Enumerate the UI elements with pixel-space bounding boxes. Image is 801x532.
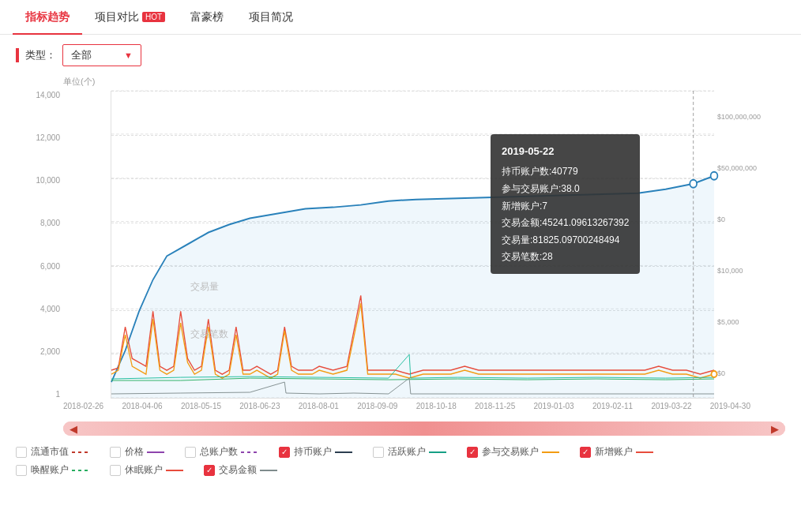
scroll-left-arrow-icon[interactable]: ◀: [70, 423, 77, 435]
type-select[interactable]: 全部 ▼: [62, 44, 141, 66]
legend-checkbox-trading-accounts[interactable]: [467, 447, 478, 458]
chart-annotation-count: 交易笔数: [190, 328, 228, 341]
legend-line-market-cap: [72, 451, 89, 453]
scroll-right-arrow-icon[interactable]: ▶: [771, 423, 779, 435]
legend-line-trading-accounts: [542, 451, 559, 453]
legend-item-total-accounts[interactable]: 总账户数: [185, 445, 263, 459]
legend-area: 流通市值 价格 总账户数 持币账户 活跃账户 参与: [0, 440, 801, 489]
legend-label-new-accounts: 新增账户: [595, 445, 633, 459]
scrollbar-track: [63, 421, 785, 436]
tooltip-line-1: 持币账户数:40779: [502, 163, 629, 181]
filter-row: 类型： 全部 ▼: [0, 35, 801, 76]
legend-checkbox-wakeup-accounts[interactable]: [16, 465, 27, 476]
legend-checkbox-active-accounts[interactable]: [373, 447, 384, 458]
y-label-1: 1: [55, 390, 60, 399]
y-label-6000: 6,000: [40, 262, 60, 271]
x-label-3: 2018-06-23: [239, 402, 280, 410]
x-label-4: 2018-08-01: [299, 402, 339, 410]
legend-item-price[interactable]: 价格: [110, 445, 169, 459]
y-label-10000: 10,000: [36, 176, 60, 185]
legend-line-price: [147, 451, 164, 453]
legend-checkbox-total-accounts[interactable]: [185, 447, 196, 458]
legend-line-tx-amount: [260, 470, 277, 471]
legend-line-wakeup-accounts: [72, 470, 89, 471]
y-label-2000: 2,000: [40, 347, 60, 356]
x-label-11: 2019-04-30: [710, 402, 750, 410]
tooltip-line-4: 交易金额:45241.09613267392: [502, 215, 629, 232]
legend-line-total-accounts: [241, 451, 258, 453]
tooltip-line-5: 交易量:81825.09700248494: [502, 232, 629, 249]
chart-tooltip: 2019-05-22 持币账户数:40779 参与交易账户:38.0 新增账户:…: [491, 134, 640, 274]
legend-checkbox-market-cap[interactable]: [16, 447, 27, 458]
filter-label: 类型：: [25, 48, 56, 62]
y-label-14000: 14,000: [36, 91, 60, 99]
legend-label-tx-amount: 交易金额: [219, 463, 257, 477]
tab-hot-badge: HOT: [142, 12, 165, 22]
x-label-10: 2019-03-22: [651, 402, 691, 410]
legend-item-active-accounts[interactable]: 活跃账户: [373, 445, 451, 459]
x-label-8: 2019-01-03: [534, 402, 574, 410]
legend-label-total-accounts: 总账户数: [200, 445, 238, 459]
legend-checkbox-dormant-accounts[interactable]: [110, 465, 121, 476]
type-select-value: 全部: [71, 48, 92, 62]
x-label-9: 2019-02-11: [592, 402, 633, 410]
y-right-6: $0: [717, 369, 725, 377]
legend-line-holding-accounts: [335, 451, 352, 453]
legend-label-holding-accounts: 持币账户: [294, 445, 332, 459]
chart-annotation-volume: 交易量: [190, 280, 219, 294]
y-label-8000: 8,000: [40, 219, 60, 227]
legend-label-dormant-accounts: 休眠账户: [125, 463, 163, 477]
chevron-down-icon: ▼: [124, 51, 133, 60]
legend-checkbox-price[interactable]: [110, 447, 121, 458]
legend-item-holding-accounts[interactable]: 持币账户: [279, 445, 357, 459]
legend-checkbox-new-accounts[interactable]: [580, 447, 591, 458]
chart-container: 单位(个) 14,000 12,000 10,000 8,000 6,000 4…: [0, 76, 801, 418]
legend-item-market-cap[interactable]: 流通市值: [16, 445, 94, 459]
x-label-5: 2018-09-09: [357, 402, 397, 410]
y-label-12000: 12,000: [36, 133, 60, 142]
legend-label-market-cap: 流通市值: [31, 445, 69, 459]
legend-label-active-accounts: 活跃账户: [388, 445, 426, 459]
legend-label-price: 价格: [125, 445, 144, 459]
tooltip-date: 2019-05-22: [502, 142, 629, 160]
tooltip-line-2: 参与交易账户:38.0: [502, 181, 629, 198]
legend-checkbox-holding-accounts[interactable]: [279, 447, 290, 458]
legend-item-trading-accounts[interactable]: 参与交易账户: [467, 445, 564, 459]
y-right-2: $50,000,000: [717, 164, 757, 172]
filter-bar-accent: [16, 48, 19, 62]
x-label-1: 2018-04-06: [122, 402, 162, 410]
tooltip-line-3: 新增账户:7: [502, 198, 629, 215]
svg-point-12: [690, 180, 697, 188]
x-label-2: 2018-05-15: [181, 402, 221, 410]
legend-row-1: 流通市值 价格 总账户数 持币账户 活跃账户 参与: [16, 445, 785, 459]
legend-line-new-accounts: [636, 451, 653, 453]
legend-row-2: 唤醒账户 休眠账户 交易金额: [16, 463, 785, 477]
legend-label-trading-accounts: 参与交易账户: [482, 445, 539, 459]
chart-area[interactable]: 交易量 交易笔数 2019-05-22 持币账户数:40779 参与交易账户:3…: [111, 91, 714, 399]
y-right-5: $5,000: [717, 318, 739, 326]
x-axis: 2018-02-26 2018-04-06 2018-05-15 2018-06…: [63, 399, 750, 410]
x-label-7: 2018-11-25: [475, 402, 515, 410]
tab-bar: 指标趋势 项目对比 HOT 富豪榜 项目简况: [0, 0, 801, 35]
legend-item-wakeup-accounts[interactable]: 唤醒账户: [16, 463, 94, 477]
legend-label-wakeup-accounts: 唤醒账户: [31, 463, 69, 477]
x-label-0: 2018-02-26: [63, 402, 103, 410]
tab-project-compare[interactable]: 项目对比 HOT: [82, 0, 178, 35]
legend-item-new-accounts[interactable]: 新增账户: [580, 445, 658, 459]
y-right-3: $0: [717, 215, 725, 223]
tab-indicator-trend[interactable]: 指标趋势: [13, 0, 82, 35]
tab-rich-list[interactable]: 富豪榜: [178, 0, 236, 35]
tab-project-overview[interactable]: 项目简况: [236, 0, 306, 35]
legend-checkbox-tx-amount[interactable]: [204, 465, 215, 476]
tooltip-line-6: 交易笔数:28: [502, 249, 629, 266]
x-label-6: 2018-10-18: [416, 402, 457, 410]
legend-item-dormant-accounts[interactable]: 休眠账户: [110, 463, 188, 477]
legend-item-tx-amount[interactable]: 交易金额: [204, 463, 282, 477]
y-right-4: $10,000: [717, 267, 743, 275]
scrollbar-container[interactable]: ◀ ▶: [63, 421, 785, 436]
y-label-4000: 4,000: [40, 305, 60, 313]
legend-line-dormant-accounts: [166, 470, 183, 471]
y-right-1: $100,000,000: [717, 113, 761, 121]
y-axis-unit-label: 单位(个): [16, 76, 785, 88]
legend-line-active-accounts: [429, 451, 446, 453]
